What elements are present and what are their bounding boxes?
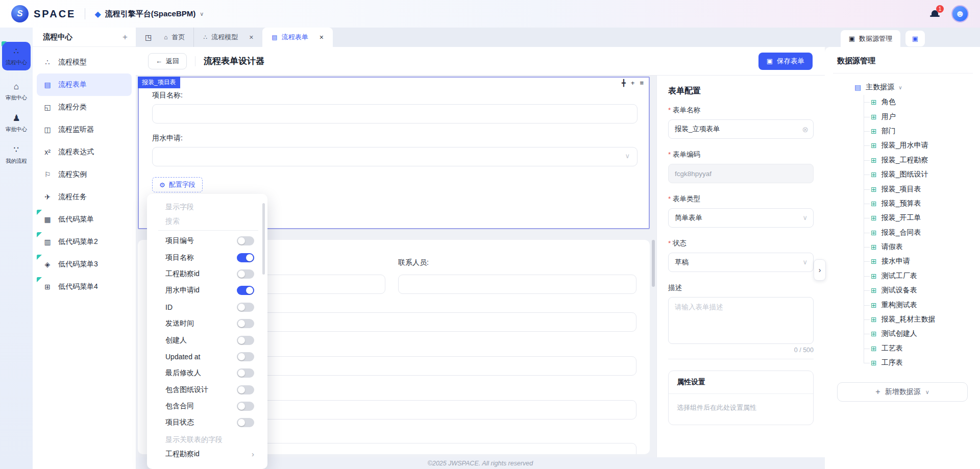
toggle-switch[interactable] xyxy=(237,402,254,411)
tree-table-item[interactable]: ⊞ 角色 xyxy=(825,95,980,109)
rail-item[interactable]: ∵ 我的流程 xyxy=(6,144,27,165)
tree-table-label: 部门 xyxy=(881,127,896,136)
toggle-switch[interactable] xyxy=(237,286,254,295)
tree-table-item[interactable]: ⊞ 测试设备表 xyxy=(825,283,980,298)
field-toggle-row[interactable]: 发送时间 xyxy=(147,315,267,332)
field-toggle-row[interactable]: 最后修改人 xyxy=(147,365,267,381)
field-toggle-row[interactable]: 包含图纸设计 xyxy=(147,382,267,398)
tree-table-item[interactable]: ⊞ 报装_项目表 xyxy=(825,182,980,196)
form-config-panel: 表单配置 表单名称 ⊗ 表单编码 表单类型 xyxy=(656,76,825,457)
move-icon[interactable]: ╋ xyxy=(622,79,626,87)
toggle-switch[interactable] xyxy=(237,269,254,279)
form-type-select[interactable]: 简单表单 xyxy=(668,208,814,228)
toggle-switch[interactable] xyxy=(237,336,254,345)
field-toggle-row[interactable]: Updated at xyxy=(147,349,267,365)
tree-table-label: 接水申请 xyxy=(881,257,910,266)
tree-table-item[interactable]: ⊞ 报装_图纸设计 xyxy=(825,167,980,182)
field-toggle-row[interactable]: 用水申请id xyxy=(147,282,267,299)
menu-item[interactable]: ▤ 流程表单 xyxy=(37,73,132,96)
panel-collapse-handle[interactable]: › xyxy=(814,259,826,281)
toggle-switch[interactable] xyxy=(237,253,254,262)
menu-item[interactable]: ⚐ 流程实例 xyxy=(37,163,132,186)
tree-table-item[interactable]: ⊞ 报装_开工单 xyxy=(825,211,980,225)
menu-item[interactable]: ◫ 流程监听器 xyxy=(37,118,132,141)
tree-table-item[interactable]: ⊞ 重构测试表 xyxy=(825,298,980,312)
add-icon[interactable]: + xyxy=(631,79,635,87)
add-datasource-button[interactable]: 新增数据源 xyxy=(837,382,968,402)
field-toggle-label: Updated at xyxy=(165,353,201,361)
notification-bell-icon[interactable]: 1 xyxy=(930,9,940,19)
field-toggle-row[interactable]: 项目名称 xyxy=(147,249,267,265)
tree-table-item[interactable]: ⊞ 工序表 xyxy=(825,356,980,370)
project-name-input[interactable] xyxy=(152,104,638,124)
dropdown-scrollbar[interactable] xyxy=(262,203,265,275)
menu-item[interactable]: ✈ 流程任务 xyxy=(37,186,132,208)
toggle-switch[interactable] xyxy=(237,385,254,394)
datasource-manager-tab[interactable]: ▣ 数据源管理 xyxy=(841,30,900,47)
menu-item[interactable]: ◱ 流程分类 xyxy=(37,96,132,118)
tree-table-item[interactable]: ⊞ 部门 xyxy=(825,124,980,138)
form-status-select[interactable]: 草稿 xyxy=(668,253,814,272)
tree-table-item[interactable]: ⊞ 测试创建人 xyxy=(825,327,980,341)
menu-item[interactable]: ▥ 低代码菜单2 xyxy=(37,231,132,253)
toggle-switch[interactable] xyxy=(237,352,254,361)
clear-input-icon[interactable]: ⊗ xyxy=(802,125,808,134)
tab-close-icon[interactable]: × xyxy=(320,33,324,41)
field-toggle-row[interactable]: 创建人 xyxy=(147,332,267,348)
document-tab[interactable]: ▤ 流程表单 × xyxy=(262,28,333,47)
datasource-secondary-tab[interactable]: ▣ xyxy=(905,31,925,46)
field-toggle-row[interactable]: 包含合同 xyxy=(147,398,267,414)
menu-item[interactable]: ⊞ 低代码菜单4 xyxy=(37,276,132,298)
menu-item[interactable]: ▦ 低代码菜单 xyxy=(37,208,132,231)
toggle-switch[interactable] xyxy=(237,303,254,312)
app-switcher-chevron-icon[interactable]: ∨ xyxy=(200,11,204,17)
tree-table-item[interactable]: ⊞ 报装_耗材主数据 xyxy=(825,312,980,327)
rail-item[interactable]: ♟ 审批中心 xyxy=(6,113,27,133)
document-tab[interactable]: ∴ 流程模型 × xyxy=(194,28,262,47)
document-tab[interactable]: ⌂ 首页 × xyxy=(155,28,194,47)
toggle-switch[interactable] xyxy=(237,418,254,427)
menu-icon[interactable]: ≡ xyxy=(640,79,644,87)
tree-table-item[interactable]: ⊞ 接水申请 xyxy=(825,254,980,268)
tree-table-item[interactable]: ⊞ 测试工厂表 xyxy=(825,269,980,283)
field-toggle-row[interactable]: 项目状态 xyxy=(147,414,267,431)
rail-item[interactable]: ∴ 流程中心 xyxy=(2,42,31,70)
configure-fields-button[interactable]: 配置字段 xyxy=(152,177,203,192)
tree-table-item[interactable]: ⊞ 报装_用水申请 xyxy=(825,138,980,153)
form-name-input[interactable] xyxy=(668,119,814,139)
save-form-button[interactable]: 保存表单 xyxy=(758,53,813,70)
canvas-scrollbar[interactable] xyxy=(652,240,655,287)
field-toggle-label: 包含图纸设计 xyxy=(165,385,208,394)
user-avatar[interactable]: ☻ xyxy=(951,5,969,22)
tree-root-main-datasource[interactable]: 主数据源 ∨ xyxy=(825,80,980,95)
field-search-input[interactable] xyxy=(165,217,242,225)
field-toggle-row[interactable]: ID xyxy=(147,299,267,315)
water-apply-select[interactable] xyxy=(152,147,638,166)
toggle-switch[interactable] xyxy=(237,368,254,378)
toggle-switch[interactable] xyxy=(237,319,254,328)
menu-item[interactable]: ◈ 低代码菜单3 xyxy=(37,253,132,276)
datasource-panel: 数据源管理 主数据源 ∨ ⊞ 角色 ⊞ 用户 ⊞ 部门 xyxy=(825,47,980,469)
menu-add-button[interactable]: + xyxy=(122,32,128,42)
related-field-row[interactable]: 工程勘察id xyxy=(147,446,267,463)
menu-item-label: 流程表单 xyxy=(58,80,87,89)
menu-item[interactable]: x² 流程表达式 xyxy=(37,141,132,163)
menu-item[interactable]: ∴ 流程模型 xyxy=(37,51,132,73)
tree-table-item[interactable]: ⊞ 用户 xyxy=(825,109,980,124)
page-title: 流程表单设计器 xyxy=(204,55,264,67)
window-panel-icon[interactable]: ◳ xyxy=(145,33,152,41)
form-desc-textarea[interactable] xyxy=(668,297,814,344)
back-button[interactable]: 返回 xyxy=(148,53,187,69)
tree-table-item[interactable]: ⊞ 工艺表 xyxy=(825,341,980,356)
tree-table-item[interactable]: ⊞ 报装_合同表 xyxy=(825,226,980,240)
field-toggle-row[interactable]: 工程勘察id xyxy=(147,266,267,282)
tab-close-icon[interactable]: × xyxy=(249,33,253,41)
contact-input[interactable] xyxy=(398,275,636,294)
field-toggle-row[interactable]: 项目编号 xyxy=(147,233,267,249)
rail-item[interactable]: ⌂ 审批中心 xyxy=(6,82,27,102)
tree-table-item[interactable]: ⊞ 报装_预算表 xyxy=(825,196,980,211)
tree-table-item[interactable]: ⊞ 报装_工程勘察 xyxy=(825,153,980,167)
toggle-switch[interactable] xyxy=(237,236,254,245)
tree-table-item[interactable]: ⊞ 请假表 xyxy=(825,240,980,254)
menu-panel: 流程中心 + ∴ 流程模型 ▤ 流程表单 ◱ 流程分类 xyxy=(33,28,136,469)
